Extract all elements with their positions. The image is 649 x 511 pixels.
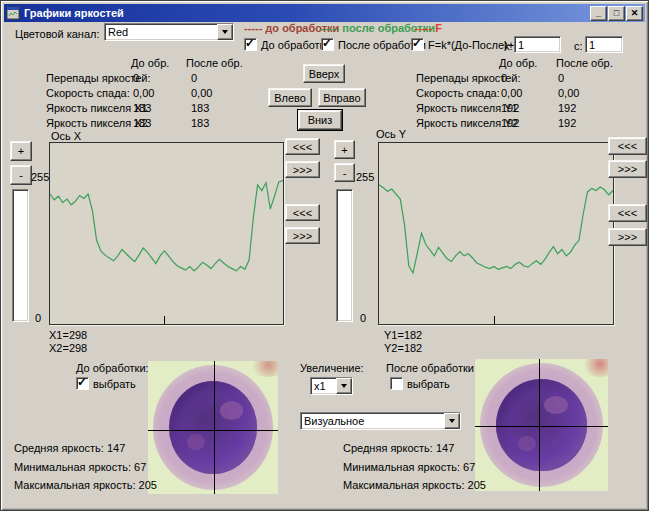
x-col-before: До обр.	[131, 57, 169, 69]
x-row-before: 183	[133, 117, 151, 129]
y-col-after: После обр.	[556, 57, 613, 69]
x-scroll-left-bottom-button[interactable]: <<<	[285, 204, 320, 221]
after-select-checkbox-label: выбрать	[407, 378, 450, 390]
y2-position: Y2=182	[384, 342, 422, 354]
zoom-select[interactable]: x1	[310, 377, 353, 395]
app-window: Графики яркостей _ □ ✕ Цветовой канал: R…	[0, 0, 649, 511]
crosshair-horizontal	[475, 426, 608, 427]
x-row-label: Скорость спада:	[46, 87, 130, 99]
chevron-down-icon	[341, 384, 347, 388]
y-row-after: 192	[558, 117, 576, 129]
y-col-before: До обр.	[499, 57, 537, 69]
x-row-after: 183	[191, 102, 209, 114]
close-button[interactable]: ✕	[626, 6, 643, 21]
y-scroll-left-bottom-button[interactable]: <<<	[608, 204, 647, 222]
x-after-series-line	[50, 181, 283, 271]
before-select-checkbox-box[interactable]	[76, 377, 89, 390]
app-icon	[6, 6, 20, 20]
mode-value: Визуальное	[304, 415, 364, 427]
k-input[interactable]: 1	[514, 36, 561, 53]
before-select-checkbox[interactable]: выбрать	[76, 377, 136, 390]
mode-select[interactable]: Визуальное	[300, 412, 461, 430]
channel-select[interactable]: Red	[104, 23, 234, 41]
y-row-before: 0	[501, 72, 507, 84]
x-scroll-right-bottom-button[interactable]: >>>	[285, 227, 320, 244]
y-row-before: 0,00	[501, 87, 522, 99]
move-left-button[interactable]: Влево	[268, 88, 312, 107]
after-cell-image[interactable]	[475, 359, 608, 491]
crosshair-vertical	[214, 361, 215, 494]
c-label: c:	[574, 40, 583, 52]
x-row-before: 0,00	[133, 87, 154, 99]
mode-dropdown-button[interactable]	[444, 413, 460, 429]
y-vertical-slider[interactable]	[336, 189, 353, 322]
zoom-dropdown-button[interactable]	[336, 378, 352, 394]
y-row-after: 0,00	[558, 87, 579, 99]
x-vertical-slider[interactable]	[12, 189, 29, 322]
after-select-checkbox-box[interactable]	[390, 377, 403, 390]
x-row-before: 0	[133, 72, 139, 84]
channel-value: Red	[108, 26, 128, 38]
x-col-after: После обр.	[186, 57, 243, 69]
after-mean-brightness: Средняя яркость: 147	[343, 442, 454, 454]
before-mean-brightness: Средняя яркость: 147	[14, 442, 125, 454]
before-cell-image[interactable]	[148, 361, 278, 494]
y-ymin-label: 0	[360, 312, 366, 324]
c-input[interactable]: 1	[585, 36, 623, 53]
y-scroll-right-bottom-button[interactable]: >>>	[608, 228, 647, 246]
move-down-button[interactable]: Вниз	[298, 110, 342, 130]
checkbox-after-box[interactable]	[321, 38, 334, 51]
y-axis-title: Ось Y	[376, 128, 406, 140]
y-after-series-line	[379, 185, 613, 273]
y-position-marker	[494, 316, 495, 324]
move-up-button[interactable]: Вверх	[303, 64, 345, 83]
chevron-down-icon	[449, 419, 455, 423]
y-row-after: 192	[558, 102, 576, 114]
channel-label: Цветовой канал:	[15, 28, 100, 40]
cell-nucleus	[169, 381, 257, 474]
zoom-label: Увеличение:	[300, 362, 364, 374]
cell-nucleus	[496, 379, 586, 471]
y-ymax-label: 255	[356, 171, 374, 183]
checkbox-before-box[interactable]	[244, 38, 257, 51]
k-value: 1	[518, 39, 524, 51]
channel-dropdown-button[interactable]	[217, 24, 233, 40]
x-zoom-out-button[interactable]: -	[10, 165, 32, 185]
crosshair-vertical	[539, 359, 540, 491]
y-row-after: 0	[558, 72, 564, 84]
y-scroll-left-top-button[interactable]: <<<	[608, 137, 647, 155]
x-scroll-right-top-button[interactable]: >>>	[285, 161, 320, 178]
y-row-before: 192	[501, 102, 519, 114]
y-brightness-chart[interactable]	[378, 142, 614, 325]
x-row-after: 0,00	[191, 87, 212, 99]
before-max-brightness: Максимальная яркость: 205	[14, 479, 157, 491]
y-chart-canvas	[379, 143, 613, 324]
x-ymin-label: 0	[35, 312, 41, 324]
minimize-button[interactable]: _	[590, 6, 607, 21]
y-zoom-in-button[interactable]: +	[334, 140, 355, 159]
x-position-marker	[164, 316, 165, 324]
move-right-button[interactable]: Вправо	[318, 88, 366, 107]
x-row-before: 183	[133, 102, 151, 114]
checkbox-before[interactable]: До обработки	[244, 38, 331, 51]
after-select-checkbox[interactable]: выбрать	[390, 377, 450, 390]
x-axis-title: Ось X	[51, 130, 81, 142]
c-value: 1	[589, 39, 595, 51]
y-scroll-right-top-button[interactable]: >>>	[608, 160, 647, 178]
checkbox-formula-box[interactable]	[411, 38, 424, 51]
x-row-after: 0	[191, 72, 197, 84]
after-max-brightness: Максимальная яркость: 205	[343, 479, 486, 491]
y-zoom-out-button[interactable]: -	[334, 163, 355, 182]
after-min-brightness: Минимальная яркость: 67	[343, 461, 475, 473]
x-scroll-left-top-button[interactable]: <<<	[285, 138, 320, 155]
x-row-after: 183	[191, 117, 209, 129]
k-label: k:	[504, 40, 513, 52]
x1-position: X1=298	[49, 329, 87, 341]
stain-smudge	[249, 361, 278, 377]
chevron-down-icon	[222, 30, 228, 34]
x-zoom-in-button[interactable]: +	[10, 141, 32, 161]
title-bar[interactable]: Графики яркостей _ □ ✕	[4, 4, 645, 22]
legend-f: ----- F	[414, 22, 442, 34]
maximize-button[interactable]: □	[608, 6, 625, 21]
x-brightness-chart[interactable]	[49, 142, 284, 325]
